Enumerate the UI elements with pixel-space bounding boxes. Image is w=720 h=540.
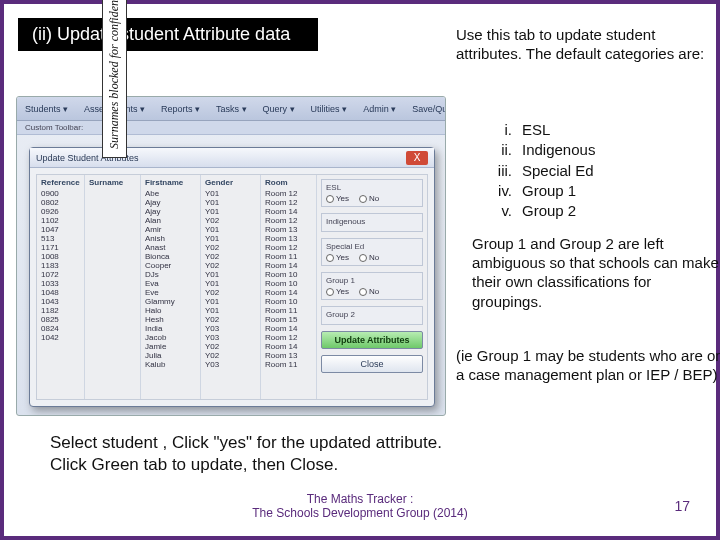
col-surname[interactable]: Surname: [85, 175, 141, 399]
menu-item[interactable]: Admin ▾: [363, 104, 396, 114]
cat-num: i.: [484, 120, 512, 140]
menu-item[interactable]: Save/Quit ▾: [412, 104, 446, 114]
group-group2: Group 2: [321, 306, 423, 325]
table-cell: 0825: [41, 315, 80, 324]
table-cell: Room 12: [265, 243, 312, 252]
menu-item[interactable]: Utilities ▾: [311, 104, 348, 114]
instruction-line: Select student , Click "yes" for the upd…: [50, 432, 442, 454]
radio-no[interactable]: [359, 288, 367, 296]
menu-item[interactable]: Query ▾: [263, 104, 295, 114]
table-cell: Jamie: [145, 342, 196, 351]
col-header: Reference: [41, 178, 80, 187]
table-cell: 1008: [41, 252, 80, 261]
radio-yes[interactable]: [326, 195, 334, 203]
group-label: Group 1: [326, 276, 418, 285]
update-attributes-dialog: Update Student Attributes X Reference 09…: [29, 147, 435, 407]
group-label: Group 2: [326, 310, 418, 319]
table-cell: 1182: [41, 306, 80, 315]
table-cell: Room 15: [265, 315, 312, 324]
table-cell: Y02: [205, 288, 256, 297]
table-cell: Y03: [205, 360, 256, 369]
col-reference[interactable]: Reference 090008020926110210475131171100…: [37, 175, 85, 399]
page-number: 17: [674, 498, 690, 514]
table-cell: Y02: [205, 315, 256, 324]
app-menubar: Students ▾ Assessments ▾ Reports ▾ Tasks…: [17, 97, 445, 121]
cat-label: Special Ed: [522, 161, 594, 181]
ambiguous-note: Group 1 and Group 2 are left ambiguous s…: [472, 234, 720, 311]
group-esl: ESL YesNo: [321, 179, 423, 207]
close-icon[interactable]: X: [406, 151, 428, 165]
table-cell: Halo: [145, 306, 196, 315]
table-cell: 1102: [41, 216, 80, 225]
attribute-panel: ESL YesNo Indigenous Special Ed YesNo Gr…: [317, 175, 427, 399]
table-cell: 1072: [41, 270, 80, 279]
table-cell: 1033: [41, 279, 80, 288]
table-cell: Y02: [205, 351, 256, 360]
table-cell: Y02: [205, 252, 256, 261]
col-firstname[interactable]: Firstname AbeAjayAjayAlanAmirAnishAnastB…: [141, 175, 201, 399]
intro-text: Use this tab to update student attribute…: [456, 26, 710, 64]
close-button[interactable]: Close: [321, 355, 423, 373]
table-cell: Cooper: [145, 261, 196, 270]
table-cell: Amir: [145, 225, 196, 234]
surnames-blocked-label: Surnames blocked for confidentiality: [102, 0, 127, 158]
table-cell: Y01: [205, 225, 256, 234]
col-header: Room: [265, 178, 312, 187]
table-cell: Y01: [205, 306, 256, 315]
footer: The Maths Tracker : The Schools Developm…: [4, 492, 716, 520]
radio-yes[interactable]: [326, 288, 334, 296]
col-room[interactable]: Room Room 12Room 12Room 14Room 12Room 13…: [261, 175, 317, 399]
group-label: Special Ed: [326, 242, 418, 251]
radio-label: No: [369, 287, 379, 296]
table-cell: Alan: [145, 216, 196, 225]
table-cell: 0900: [41, 189, 80, 198]
table-cell: Eva: [145, 279, 196, 288]
table-cell: Hesh: [145, 315, 196, 324]
group-label: ESL: [326, 183, 418, 192]
radio-yes[interactable]: [326, 254, 334, 262]
app-screenshot: Students ▾ Assessments ▾ Reports ▾ Tasks…: [16, 96, 446, 416]
cat-label: Group 1: [522, 181, 576, 201]
table-cell: Y01: [205, 297, 256, 306]
instruction-line: Click Green tab to update, then Close.: [50, 454, 442, 476]
table-cell: Y01: [205, 270, 256, 279]
cat-label: ESL: [522, 120, 550, 140]
table-cell: Room 14: [265, 288, 312, 297]
table-cell: Abe: [145, 189, 196, 198]
radio-no[interactable]: [359, 195, 367, 203]
table-cell: Y01: [205, 207, 256, 216]
table-cell: 1048: [41, 288, 80, 297]
table-cell: 1171: [41, 243, 80, 252]
update-attributes-button[interactable]: Update Attributes: [321, 331, 423, 349]
group-indigenous: Indigenous: [321, 213, 423, 232]
cat-label: Group 2: [522, 201, 576, 221]
group-specialed: Special Ed YesNo: [321, 238, 423, 266]
col-gender[interactable]: Gender Y01Y01Y01Y02Y01Y01Y02Y02Y02Y01Y01…: [201, 175, 261, 399]
group-label: Indigenous: [326, 217, 418, 226]
table-cell: Room 10: [265, 279, 312, 288]
menu-item[interactable]: Tasks ▾: [216, 104, 247, 114]
table-cell: 0926: [41, 207, 80, 216]
table-cell: Bionca: [145, 252, 196, 261]
table-cell: Room 12: [265, 198, 312, 207]
cat-num: ii.: [484, 140, 512, 160]
table-cell: Room 12: [265, 216, 312, 225]
menu-item[interactable]: Students ▾: [25, 104, 68, 114]
cat-num: v.: [484, 201, 512, 221]
instruction-text: Select student , Click "yes" for the upd…: [50, 432, 442, 476]
table-cell: Room 14: [265, 324, 312, 333]
menu-item[interactable]: Reports ▾: [161, 104, 200, 114]
footer-line: The Maths Tracker :: [4, 492, 716, 506]
radio-label: No: [369, 194, 379, 203]
radio-no[interactable]: [359, 254, 367, 262]
category-list: i.ESL ii.Indigenous iii.Special Ed iv.Gr…: [484, 120, 595, 221]
table-cell: Y03: [205, 333, 256, 342]
cat-label: Indigenous: [522, 140, 595, 160]
table-cell: Y02: [205, 261, 256, 270]
table-cell: Julia: [145, 351, 196, 360]
table-cell: 0802: [41, 198, 80, 207]
table-cell: Room 13: [265, 225, 312, 234]
table-cell: Room 10: [265, 297, 312, 306]
col-header: Firstname: [145, 178, 196, 187]
table-cell: Room 11: [265, 252, 312, 261]
